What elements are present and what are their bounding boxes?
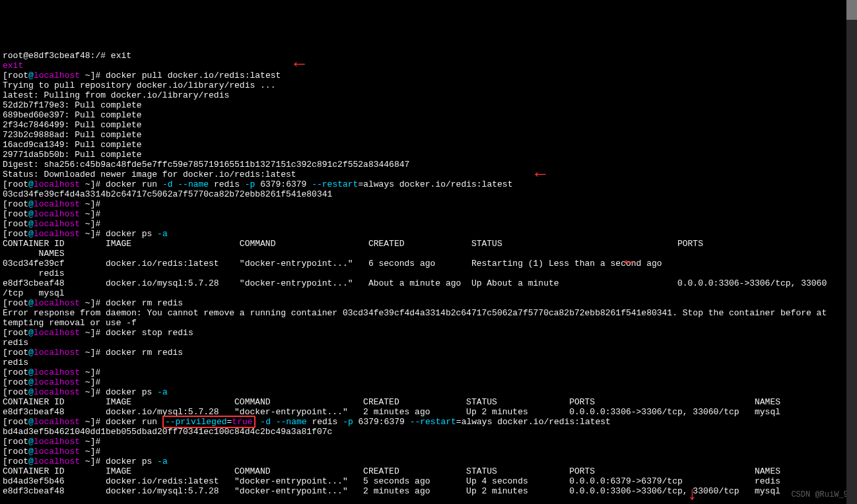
annotation-arrow-icon <box>535 170 546 179</box>
cmd-ps: docker ps -a <box>106 457 168 466</box>
cmd-stop: docker stop redis <box>106 328 193 338</box>
prompt: [root@localhost ~]# <box>3 447 106 457</box>
prompt: [root@localhost ~]# <box>3 219 106 229</box>
prompt: [root@localhost ~]# <box>3 298 106 308</box>
prompt: [root@localhost ~]# <box>3 457 106 466</box>
line: redis <box>3 358 28 367</box>
error-line: Error response from daemon: You cannot r… <box>3 308 827 328</box>
line: 03cd34fe39cf4d4a3314b2c64717c5062a7f5770… <box>3 189 332 199</box>
ps-row: e8df3cbeaf48 docker.io/mysql:5.7.28 "doc… <box>3 486 780 496</box>
line: exit <box>3 61 23 71</box>
ps-header: CONTAINER ID IMAGE COMMAND CREATED STATU… <box>3 397 780 407</box>
scrollbar-thumb[interactable] <box>846 0 857 20</box>
prompt: [root@localhost ~]# <box>3 71 106 80</box>
line: Trying to pull repository docker.io/libr… <box>3 80 281 90</box>
line: 16acd9ca1349: Pull complete <box>3 140 147 150</box>
line: redis <box>3 338 28 348</box>
line: 29771da5b50b: Pull complete <box>3 150 147 160</box>
ps-row: e8df3cbeaf48 docker.io/mysql:5.7.28 "doc… <box>3 278 827 298</box>
ps-header: CONTAINER ID IMAGE COMMAND CREATED STATU… <box>3 466 780 476</box>
cmd-run: docker run -d --name redis -p 6379:6379 … <box>106 179 512 189</box>
prompt: [root@localhost ~]# <box>3 209 106 219</box>
ps-row: bd4ad3ef5b46 docker.io/redis:latest "doc… <box>3 476 780 486</box>
prompt: [root@localhost ~]# <box>3 367 106 377</box>
prompt: [root@localhost ~]# <box>3 387 106 397</box>
prompt: [root@localhost ~]# <box>3 417 106 427</box>
line: latest: Pulling from docker.io/library/r… <box>3 90 229 100</box>
line: 723b2c9888ad: Pull complete <box>3 130 147 140</box>
prompt: [root@localhost ~]# <box>3 437 106 447</box>
ps-header: CONTAINER ID IMAGE COMMAND CREATED STATU… <box>3 239 827 259</box>
cmd-rm: docker rm redis <box>106 298 183 308</box>
prompt: [root@localhost ~]# <box>3 179 106 189</box>
cmd-ps: docker ps -a <box>106 229 168 239</box>
line: 2f34c7846499: Pull complete <box>3 120 147 130</box>
line: Status: Downloaded newer image for docke… <box>3 170 296 179</box>
prompt: [root@localhost ~]# <box>3 229 106 239</box>
ps-row: 03cd34fe39cf docker.io/redis:latest "doc… <box>3 259 827 278</box>
line: 52d2b7f179e3: Pull complete <box>3 100 147 110</box>
scrollbar[interactable] <box>846 0 857 504</box>
annotation-arrow-icon <box>294 59 305 69</box>
cmd-ps: docker ps -a <box>106 387 168 397</box>
line: bd4ad3ef5b4621040dd1beb055dbad20ff70341e… <box>3 427 332 437</box>
prompt: [root@localhost ~]# <box>3 328 106 338</box>
terminal-output[interactable]: root@e8df3cbeaf48:/# exit exit [root@loc… <box>0 40 857 504</box>
ps-row: e8df3cbeaf48 docker.io/mysql:5.7.28 "doc… <box>3 407 780 417</box>
line: root@e8df3cbeaf48:/# exit <box>3 51 131 61</box>
line: Digest: sha256:c45b9ac48fde5e7ffc59e7857… <box>3 160 409 170</box>
line: 689bed60e397: Pull complete <box>3 110 147 120</box>
prompt: [root@localhost ~]# <box>3 377 106 387</box>
prompt: [root@localhost ~]# <box>3 199 106 209</box>
watermark-text: CSDN @RuiW_97 <box>791 490 853 500</box>
prompt: [root@localhost ~]# <box>3 348 106 358</box>
cmd-rm: docker rm redis <box>106 348 183 358</box>
cmd-pull: docker pull docker.io/redis:latest <box>106 71 281 80</box>
